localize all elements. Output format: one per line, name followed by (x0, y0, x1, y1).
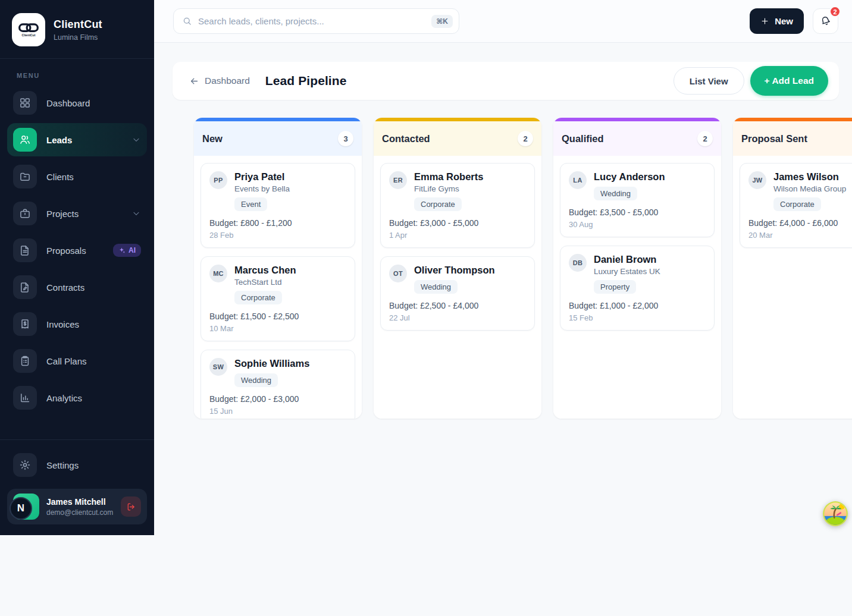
lead-card[interactable]: DB Daniel Brown Luxury Estates UK Proper… (560, 246, 715, 331)
lead-avatar: ER (389, 171, 407, 189)
analytics-chart-icon (13, 386, 37, 410)
sidebar-item-label: Settings (46, 460, 141, 470)
sidebar-item-label: Call Plans (46, 356, 141, 366)
sidebar: ClientCut ClientCut Lumina Films MENU Da… (0, 0, 154, 535)
sidebar-item-label: Projects (46, 209, 122, 219)
avatar-overlay-badge: N (10, 497, 32, 520)
user-name: James Mitchell (46, 497, 114, 507)
lead-card[interactable]: LA Lucy Anderson Wedding Budget: £3,500 … (560, 163, 715, 237)
lead-name: Priya Patel (234, 171, 290, 183)
settings-gear-icon (13, 453, 37, 477)
notifications-button[interactable]: 2 (813, 8, 838, 34)
new-button[interactable]: New (750, 8, 804, 34)
lead-card[interactable]: ER Emma Roberts FitLife Gyms Corporate B… (380, 163, 535, 248)
call-plans-clipboard-icon (13, 349, 37, 373)
lead-name: Oliver Thompson (414, 265, 495, 276)
breadcrumb-back[interactable]: Dashboard (189, 76, 250, 86)
lead-company: Luxury Estates UK (594, 267, 660, 276)
user-profile-card[interactable]: N James Mitchell demo@clientcut.com (7, 489, 147, 524)
menu-section-label: MENU (17, 72, 154, 79)
column-count-badge: 3 (338, 131, 353, 146)
sidebar-item-contracts[interactable]: Contracts (7, 271, 147, 304)
app-name: ClientCut (54, 18, 102, 31)
lead-budget: Budget: £2,000 - £3,000 (209, 394, 346, 404)
search-input[interactable] (198, 16, 425, 26)
sidebar-item-label: Leads (46, 135, 122, 145)
column-header: Proposal Sent (733, 121, 852, 156)
sidebar-item-analytics[interactable]: Analytics (7, 381, 147, 414)
add-lead-button[interactable]: + Add Lead (750, 66, 828, 96)
lead-date: 10 Mar (209, 324, 346, 333)
lead-card[interactable]: PP Priya Patel Events by Bella Event Bud… (201, 163, 355, 248)
lead-budget: Budget: £1,500 - £2,500 (209, 312, 346, 321)
avatar: N (13, 494, 39, 520)
list-view-button[interactable]: List View (674, 67, 744, 95)
sidebar-item-label: Dashboard (46, 98, 141, 108)
sidebar-item-dashboard[interactable]: Dashboard (7, 86, 147, 120)
column-header: Contacted 2 (374, 121, 541, 156)
lead-budget: Budget: £800 - £1,200 (209, 218, 346, 228)
column-header: New 3 (194, 121, 362, 156)
sidebar-item-settings[interactable]: Settings (7, 448, 147, 482)
lead-card[interactable]: SW Sophie Williams Wedding Budget: £2,00… (201, 350, 355, 419)
page-title: Lead Pipeline (265, 74, 347, 88)
search-shortcut-badge: ⌘K (431, 15, 453, 28)
sidebar-nav: Dashboard Leads Clients Projects (0, 86, 154, 414)
lead-name: Daniel Brown (594, 254, 660, 265)
column-count-badge: 2 (697, 131, 713, 146)
invoices-receipt-icon (13, 312, 37, 336)
lead-card[interactable]: JW James Wilson Wilson Media Group Corpo… (740, 163, 852, 248)
column-title: Qualified (562, 133, 604, 144)
lead-card[interactable]: OT Oliver Thompson Wedding Budget: £2,50… (380, 256, 535, 331)
sidebar-item-invoices[interactable]: Invoices (7, 307, 147, 341)
lead-tag: Property (594, 280, 636, 294)
lead-budget: Budget: £1,000 - £2,000 (569, 301, 706, 310)
lead-name: Marcus Chen (234, 265, 296, 276)
lead-date: 30 Aug (569, 220, 706, 229)
lead-avatar: JW (748, 171, 766, 189)
lead-date: 15 Jun (209, 407, 346, 416)
global-search[interactable]: ⌘K (173, 8, 459, 34)
brand: ClientCut ClientCut Lumina Films (0, 0, 154, 59)
topbar: ⌘K New 2 (154, 0, 852, 43)
sidebar-item-leads[interactable]: Leads (7, 123, 147, 156)
logout-icon (126, 502, 136, 512)
lead-tag: Wedding (234, 373, 278, 387)
sidebar-item-proposals[interactable]: Proposals AI (7, 234, 147, 267)
lead-name: Emma Roberts (414, 171, 483, 183)
lead-company: FitLife Gyms (414, 184, 483, 193)
column-title: Contacted (382, 133, 430, 144)
column-body: ER Emma Roberts FitLife Gyms Corporate B… (374, 156, 541, 419)
chevron-down-icon (131, 209, 141, 218)
island-emoji-button[interactable] (822, 501, 848, 527)
lead-avatar: DB (569, 254, 587, 272)
column-body: PP Priya Patel Events by Bella Event Bud… (194, 156, 362, 419)
sparkles-icon (118, 247, 126, 254)
sidebar-item-clients[interactable]: Clients (7, 160, 147, 193)
lead-date: 15 Feb (569, 313, 706, 322)
lead-tag: Wedding (594, 187, 637, 200)
column-title: Proposal Sent (741, 133, 807, 144)
leads-users-icon (13, 128, 37, 152)
kanban-board: New 3 PP Priya Patel Events by Bella Eve… (194, 118, 852, 419)
column-body: LA Lucy Anderson Wedding Budget: £3,500 … (553, 156, 721, 419)
lead-date: 1 Apr (389, 231, 526, 240)
lead-avatar: PP (209, 171, 227, 189)
lead-tag: Wedding (414, 280, 458, 294)
column-new: New 3 PP Priya Patel Events by Bella Eve… (194, 118, 362, 419)
logout-button[interactable] (121, 496, 141, 517)
lead-avatar: SW (209, 358, 227, 376)
sidebar-item-call-plans[interactable]: Call Plans (7, 344, 147, 378)
lead-date: 20 Mar (748, 231, 852, 240)
sidebar-item-projects[interactable]: Projects (7, 197, 147, 230)
arrow-left-icon (189, 76, 199, 86)
notification-count-badge: 2 (829, 6, 841, 17)
lead-name: Lucy Anderson (594, 171, 665, 183)
main-content: Dashboard Lead Pipeline List View + Add … (154, 43, 852, 616)
lead-card[interactable]: MC Marcus Chen TechStart Ltd Corporate B… (201, 256, 355, 341)
dashboard-grid-icon (13, 91, 37, 115)
sidebar-item-label: Invoices (46, 319, 141, 329)
lead-budget: Budget: £3,000 - £5,000 (389, 218, 526, 228)
clients-folder-icon (13, 165, 37, 188)
column-header: Qualified 2 (553, 121, 721, 156)
